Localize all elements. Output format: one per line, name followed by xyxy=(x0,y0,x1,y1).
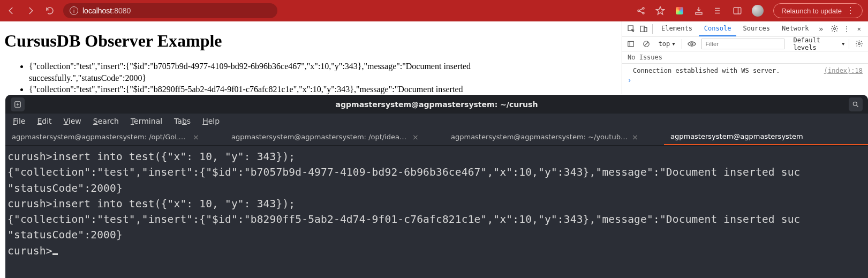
extension-icon[interactable] xyxy=(675,6,684,16)
svg-point-0 xyxy=(638,10,639,12)
devtools-panel: Elements Console Sources Network » ⋮ ✕ t… xyxy=(622,21,868,94)
inspect-icon[interactable] xyxy=(625,22,637,35)
terminal-cursor xyxy=(52,253,58,255)
tab-console[interactable]: Console xyxy=(699,21,737,36)
share-icon[interactable] xyxy=(636,6,646,16)
log-message: Connection established with WS server. xyxy=(633,67,780,74)
svg-point-1 xyxy=(643,7,644,9)
menu-icon[interactable]: ⋮ xyxy=(846,6,855,15)
more-tabs-icon[interactable]: » xyxy=(816,22,827,35)
close-icon[interactable]: × xyxy=(412,133,419,141)
svg-rect-8 xyxy=(628,41,634,46)
browser-toolbar: i localhost:8080 Relaunch to update ⋮ xyxy=(0,0,868,21)
menu-view[interactable]: View xyxy=(64,117,81,125)
svg-point-2 xyxy=(643,12,644,14)
devtools-tabbar: Elements Console Sources Network » ⋮ ✕ xyxy=(622,21,868,36)
page-title: CursusDB Observer Example xyxy=(4,31,574,51)
menu-search[interactable]: Search xyxy=(93,117,119,125)
console-prompt[interactable]: › xyxy=(622,76,868,85)
terminal-tab[interactable]: agpmastersystem@agpmastersystem: /opt/Go… xyxy=(5,129,225,145)
terminal-output[interactable]: curush>insert into test({"x": 10, "y": 3… xyxy=(5,146,868,262)
filter-input[interactable] xyxy=(701,39,784,49)
tab-sources[interactable]: Sources xyxy=(737,21,775,36)
terminal-tabbar: agpmastersystem@agpmastersystem: /opt/Go… xyxy=(5,129,868,146)
terminal-titlebar[interactable]: agpmastersystem@agpmastersystem: ~/curus… xyxy=(5,95,868,114)
svg-point-7 xyxy=(833,28,835,30)
tab-elements[interactable]: Elements xyxy=(656,21,698,36)
close-devtools-icon[interactable]: ✕ xyxy=(854,22,865,35)
install-icon[interactable] xyxy=(694,6,704,16)
terminal-tab[interactable]: agpmastersystem@agpmastersystem: /opt/id… xyxy=(225,129,444,145)
relaunch-button[interactable]: Relaunch to update ⋮ xyxy=(773,3,863,18)
console-settings-icon[interactable] xyxy=(854,37,865,50)
menu-file[interactable]: File xyxy=(13,117,25,125)
new-tab-button[interactable] xyxy=(11,97,25,111)
svg-point-10 xyxy=(691,43,693,45)
close-icon[interactable]: × xyxy=(632,133,638,141)
bookmark-icon[interactable] xyxy=(655,6,665,16)
console-toolbar: top▼ Default levels▼ xyxy=(622,36,868,51)
log-source-link[interactable]: (index):18 xyxy=(824,67,863,74)
side-panel-icon[interactable] xyxy=(733,6,742,16)
back-button[interactable] xyxy=(5,6,17,16)
close-icon[interactable]: × xyxy=(193,133,199,141)
menu-terminal[interactable]: Terminal xyxy=(131,117,162,125)
url-host: localhost xyxy=(82,6,112,15)
issues-row[interactable]: No Issues xyxy=(622,51,868,64)
live-expression-icon[interactable] xyxy=(686,37,698,50)
context-selector[interactable]: top▼ xyxy=(656,40,677,48)
svg-rect-3 xyxy=(734,7,741,14)
tab-network[interactable]: Network xyxy=(776,21,814,36)
reading-list-icon[interactable] xyxy=(713,6,723,16)
clear-console-icon[interactable] xyxy=(641,37,652,50)
terminal-search-button[interactable] xyxy=(849,97,863,111)
relaunch-label: Relaunch to update xyxy=(781,7,842,15)
toggle-sidebar-icon[interactable] xyxy=(625,37,637,50)
log-line: Connection established with WS server. (… xyxy=(622,66,868,76)
console-output: Connection established with WS server. (… xyxy=(622,64,868,87)
forward-button[interactable] xyxy=(25,6,36,16)
menu-edit[interactable]: Edit xyxy=(37,117,51,125)
terminal-title: agpmastersystem@agpmastersystem: ~/curus… xyxy=(336,100,538,109)
address-bar[interactable]: i localhost:8080 xyxy=(63,3,277,18)
menu-help[interactable]: Help xyxy=(202,117,220,125)
site-info-icon[interactable]: i xyxy=(70,6,78,15)
terminal-tab[interactable]: agpmastersystem@agpmastersystem: ~/youtu… xyxy=(444,129,664,145)
reload-button[interactable] xyxy=(44,6,56,16)
profile-avatar[interactable] xyxy=(752,5,764,17)
svg-point-13 xyxy=(853,102,857,106)
terminal-window: agpmastersystem@agpmastersystem: ~/curus… xyxy=(5,95,868,278)
device-toggle-icon[interactable] xyxy=(638,22,649,35)
kebab-icon[interactable]: ⋮ xyxy=(841,22,852,35)
svg-point-11 xyxy=(858,43,861,45)
browser-actions: Relaunch to update ⋮ xyxy=(636,3,863,18)
url-port: :8080 xyxy=(112,6,131,15)
settings-icon[interactable] xyxy=(829,22,840,35)
terminal-tab[interactable]: agpmastersystem@agpmastersystem xyxy=(664,129,868,145)
menu-tabs[interactable]: Tabs xyxy=(174,117,191,125)
list-item: {"collection":"test","insert":{"$id":"b7… xyxy=(29,61,574,84)
terminal-menubar: File Edit View Search Terminal Tabs Help xyxy=(5,114,868,129)
log-levels-selector[interactable]: Default levels▼ xyxy=(793,36,844,51)
